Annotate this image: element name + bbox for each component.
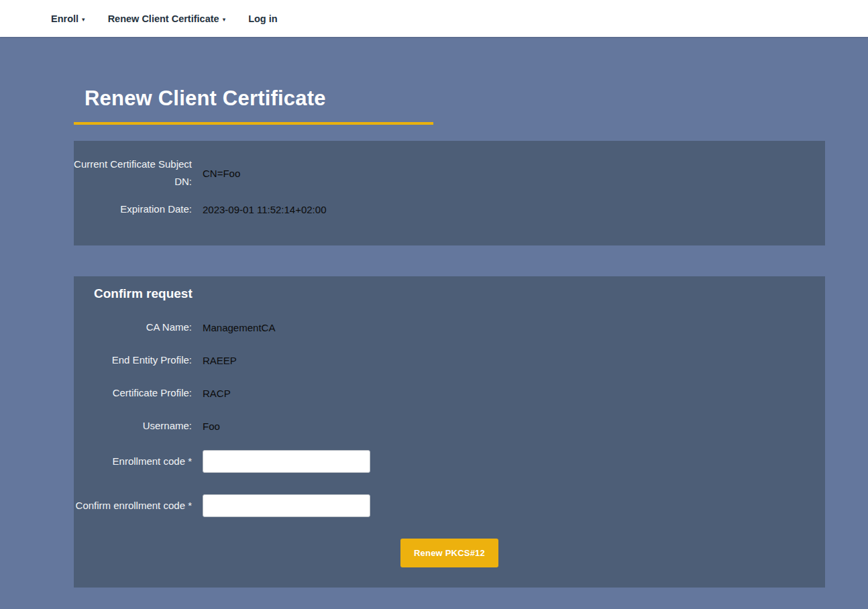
end-entity-profile-label: End Entity Profile: [74, 351, 192, 369]
subject-dn-row: Current Certificate Subject DN: CN=Foo [74, 156, 825, 190]
expiration-date-label: Expiration Date: [74, 201, 192, 218]
chevron-down-icon: ▾ [82, 16, 85, 23]
subject-dn-value: CN=Foo [203, 168, 240, 179]
confirm-enrollment-code-row: Confirm enrollment code * [74, 494, 825, 517]
title-underline [74, 122, 433, 125]
certificate-profile-label: Certificate Profile: [74, 384, 192, 402]
nav-enroll-label: Enroll [51, 13, 78, 24]
enrollment-code-row: Enrollment code * [74, 450, 825, 473]
subject-dn-label: Current Certificate Subject DN: [74, 156, 192, 190]
nav-login-label: Log in [248, 13, 278, 24]
top-navbar: Enroll▾ Renew Client Certificate▾ Log in [0, 0, 868, 37]
nav-renew-client-certificate-menu[interactable]: Renew Client Certificate▾ [108, 13, 226, 24]
page-container: Renew Client Certificate Current Certifi… [74, 87, 825, 588]
ca-name-value: ManagementCA [203, 322, 275, 333]
nav-enroll-menu[interactable]: Enroll▾ [51, 13, 85, 24]
certificate-info-panel: Current Certificate Subject DN: CN=Foo E… [74, 141, 825, 245]
page-title: Renew Client Certificate [74, 87, 825, 111]
submit-button-row: Renew PKCS#12 [74, 539, 825, 567]
confirm-enrollment-code-label: Confirm enrollment code * [74, 497, 192, 514]
chevron-down-icon: ▾ [223, 16, 226, 23]
enrollment-code-input[interactable] [203, 450, 370, 473]
username-label: Username: [74, 417, 192, 435]
ca-name-row: CA Name: ManagementCA [74, 319, 825, 336]
username-value: Foo [203, 421, 220, 432]
expiration-date-row: Expiration Date: 2023-09-01 11:52:14+02:… [74, 201, 825, 218]
end-entity-profile-value: RAEEP [203, 355, 237, 366]
nav-login[interactable]: Log in [248, 13, 278, 24]
certificate-profile-row: Certificate Profile: RACP [74, 384, 825, 402]
end-entity-profile-row: End Entity Profile: RAEEP [74, 351, 825, 369]
confirm-request-panel: Confirm request CA Name: ManagementCA En… [74, 276, 825, 588]
renew-pkcs12-button[interactable]: Renew PKCS#12 [400, 539, 498, 567]
expiration-date-value: 2023-09-01 11:52:14+02:00 [203, 204, 326, 215]
main-content: Renew Client Certificate Current Certifi… [0, 37, 868, 609]
certificate-profile-value: RACP [203, 388, 231, 399]
confirm-enrollment-code-input[interactable] [203, 494, 370, 517]
nav-renew-label: Renew Client Certificate [108, 13, 219, 24]
username-row: Username: Foo [74, 417, 825, 435]
enrollment-code-label: Enrollment code * [74, 453, 192, 470]
confirm-request-heading: Confirm request [94, 286, 825, 301]
ca-name-label: CA Name: [74, 319, 192, 336]
